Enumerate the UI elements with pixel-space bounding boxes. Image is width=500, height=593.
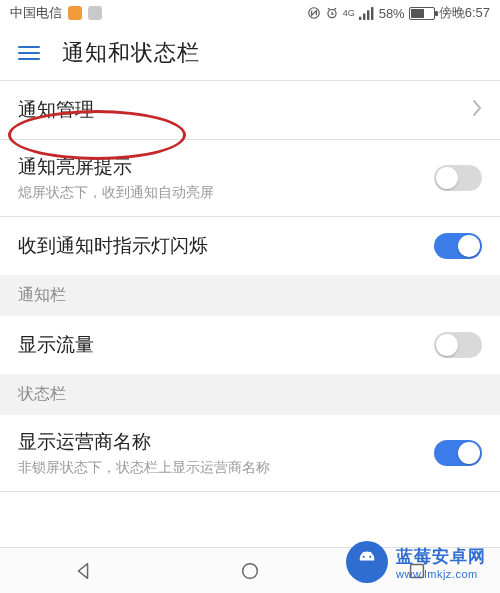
battery-percent: 58% [379, 6, 405, 21]
svg-point-6 [243, 563, 258, 578]
watermark-badge: 蓝莓安卓网 www.lmkjz.com [346, 541, 486, 583]
battery-icon [409, 7, 435, 20]
row-show-traffic[interactable]: 显示流量 [0, 316, 500, 374]
app-icon-1 [68, 6, 82, 20]
row-label: 显示运营商名称 [18, 429, 434, 455]
row-label: 通知管理 [18, 97, 472, 123]
row-notification-manage[interactable]: 通知管理 [0, 81, 500, 139]
chevron-right-icon [472, 99, 482, 121]
menu-button[interactable] [18, 42, 40, 64]
section-header-notif-bar: 通知栏 [0, 275, 500, 316]
app-icon-2 [88, 6, 102, 20]
svg-point-9 [369, 556, 371, 558]
row-label: 收到通知时指示灯闪烁 [18, 233, 434, 259]
row-sublabel: 熄屏状态下，收到通知自动亮屏 [18, 184, 434, 202]
row-screen-on-notify[interactable]: 通知亮屏提示 熄屏状态下，收到通知自动亮屏 [0, 140, 500, 216]
section-header-status-bar: 状态栏 [0, 374, 500, 415]
svg-point-8 [363, 556, 365, 558]
row-show-carrier[interactable]: 显示运营商名称 非锁屏状态下，状态栏上显示运营商名称 [0, 415, 500, 491]
row-led-blink[interactable]: 收到通知时指示灯闪烁 [0, 217, 500, 275]
nav-home-button[interactable] [220, 548, 280, 594]
svg-rect-4 [367, 10, 369, 20]
row-label: 显示流量 [18, 332, 434, 358]
row-label: 通知亮屏提示 [18, 154, 434, 180]
toggle-traffic[interactable] [434, 332, 482, 358]
nav-back-button[interactable] [53, 548, 113, 594]
alarm-icon [325, 6, 339, 20]
network-type-label: 4G [343, 9, 355, 18]
toggle-led[interactable] [434, 233, 482, 259]
clock-label: 傍晚6:57 [439, 4, 490, 22]
nfc-icon [307, 6, 321, 20]
watermark-title: 蓝莓安卓网 [396, 545, 486, 568]
status-bar-left: 中国电信 [10, 4, 102, 22]
toggle-carrier[interactable] [434, 440, 482, 466]
watermark-url: www.lmkjz.com [396, 568, 486, 580]
status-bar-right: 4G 58% 傍晚6:57 [307, 4, 490, 22]
status-bar: 中国电信 4G 58% 傍晚6:57 [0, 0, 500, 26]
svg-rect-2 [359, 16, 361, 19]
toggle-screen-on[interactable] [434, 165, 482, 191]
row-sublabel: 非锁屏状态下，状态栏上显示运营商名称 [18, 459, 434, 477]
svg-rect-5 [371, 7, 373, 20]
signal-icon [359, 7, 375, 20]
watermark-text: 蓝莓安卓网 www.lmkjz.com [396, 545, 486, 580]
carrier-label: 中国电信 [10, 4, 62, 22]
page-title: 通知和状态栏 [62, 38, 200, 68]
android-icon [346, 541, 388, 583]
divider [0, 491, 500, 492]
app-bar: 通知和状态栏 [0, 26, 500, 80]
svg-rect-3 [363, 13, 365, 19]
